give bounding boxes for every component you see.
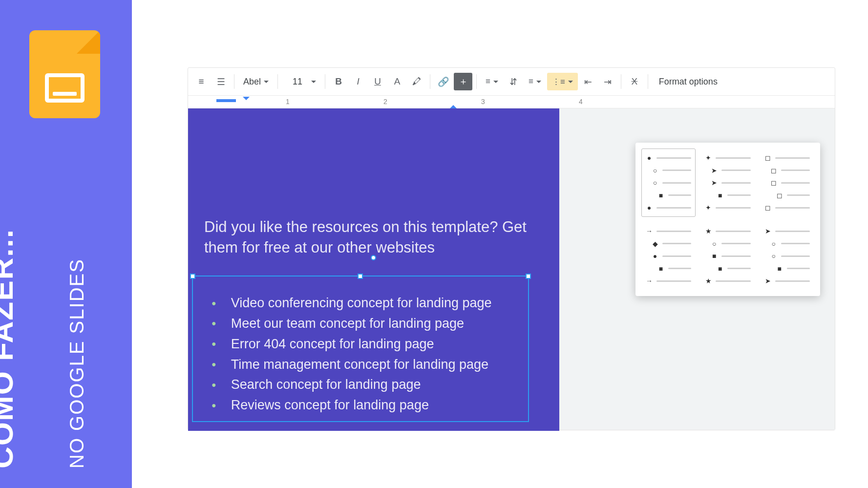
tutorial-subtitle: NO GOOGLE SLIDES (66, 258, 88, 468)
toolbar: ≡ ☰ Abel 11 B I U A 🖍 🔗 ＋ ≡ ⇵ ≡ ⋮≡ ⇤ ⇥ X… (188, 68, 835, 96)
list-item[interactable]: Reviews concept for landing page (212, 395, 492, 416)
slide[interactable]: Did you like the resources on this templ… (188, 108, 559, 431)
font-size-dropdown[interactable]: 11 (282, 73, 321, 90)
numbered-list-dropdown[interactable]: ≡ (524, 73, 546, 90)
slide-title-text[interactable]: Did you like the resources on this templ… (204, 217, 527, 258)
bulleted-list-dropdown[interactable]: ⋮≡ (547, 73, 578, 90)
decrease-indent-button[interactable]: ⇤ (579, 73, 597, 90)
bulleted-list[interactable]: Video conferencing concept for landing p… (212, 293, 492, 416)
text-color-button[interactable]: A (388, 73, 406, 90)
insert-comment-button[interactable]: ＋ (454, 73, 472, 90)
bullet-style-option[interactable]: ✦➤➤■✦ (700, 149, 755, 217)
italic-button[interactable]: I (349, 73, 367, 90)
canvas-area[interactable]: Did you like the resources on this templ… (188, 108, 835, 430)
bullet-style-option[interactable]: ◻◻◻◻◻ (760, 149, 814, 217)
list-item[interactable]: Search concept for landing page (212, 375, 492, 395)
increase-indent-button[interactable]: ⇥ (598, 73, 617, 90)
chevron-down-icon (311, 81, 316, 85)
tutorial-sidebar: COMO FAZER... NO GOOGLE SLIDES (0, 0, 132, 488)
underline-button[interactable]: U (368, 73, 387, 90)
font-family-dropdown[interactable]: Abel (238, 73, 274, 90)
clear-formatting-button[interactable]: X (625, 73, 644, 90)
google-slides-icon (29, 30, 100, 118)
bullet-style-option[interactable]: ➤○○■➤ (760, 222, 814, 290)
list-item[interactable]: Time management concept for landing page (212, 355, 492, 375)
bullet-style-option[interactable]: →◆●■→ (641, 222, 696, 290)
format-options-button[interactable]: Format options (652, 77, 724, 87)
list-item[interactable]: Video conferencing concept for landing p… (212, 293, 492, 314)
align-dropdown[interactable]: ≡ (481, 73, 503, 90)
line-spacing-icon[interactable]: ☰ (212, 73, 230, 90)
slides-editor: ≡ ☰ Abel 11 B I U A 🖍 🔗 ＋ ≡ ⇵ ≡ ⋮≡ ⇤ ⇥ X… (188, 67, 835, 430)
tutorial-title: COMO FAZER... (0, 229, 20, 468)
resize-handle[interactable] (526, 274, 531, 279)
line-spacing-button[interactable]: ⇵ (504, 73, 523, 90)
bullet-style-popover: ●○○■●✦➤➤■✦◻◻◻◻◻→◆●■→★○■■★➤○○■➤ (635, 143, 820, 296)
ruler[interactable]: 1 2 3 4 (188, 96, 835, 108)
insert-link-button[interactable]: 🔗 (434, 73, 453, 90)
bold-button[interactable]: B (329, 73, 348, 90)
bullet-style-option[interactable]: ●○○■● (641, 149, 696, 217)
highlight-button[interactable]: 🖍 (407, 73, 426, 90)
bullet-style-option[interactable]: ★○■■★ (700, 222, 755, 290)
resize-handle[interactable] (358, 274, 363, 279)
list-item[interactable]: Error 404 concept for landing page (212, 334, 492, 355)
resize-handle[interactable] (190, 274, 195, 279)
rotate-handle[interactable] (371, 255, 376, 260)
chevron-down-icon (264, 81, 269, 85)
paragraph-styles-icon[interactable]: ≡ (192, 73, 211, 90)
list-item[interactable]: Meet our team concept for landing page (212, 314, 492, 334)
